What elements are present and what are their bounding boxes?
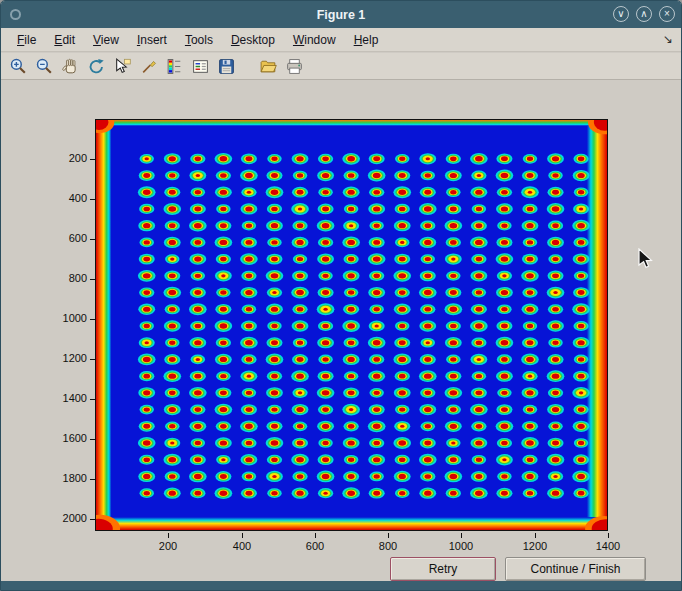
spot (215, 487, 233, 499)
spot (240, 253, 258, 265)
spot (164, 438, 180, 449)
spot (189, 337, 206, 348)
spot (470, 236, 488, 248)
spot (215, 404, 233, 416)
insert-colorbar-button[interactable] (163, 54, 187, 78)
menu-items: FileEditViewInsertToolsDesktopWindowHelp (9, 31, 386, 49)
spot (318, 237, 333, 247)
spot (522, 421, 538, 432)
spot (240, 337, 258, 349)
spot (266, 170, 282, 181)
pan-button[interactable] (59, 54, 83, 78)
menu-help[interactable]: Help (346, 31, 387, 49)
spot (317, 303, 335, 315)
spot (395, 405, 409, 415)
heatmap-image[interactable] (95, 119, 608, 531)
spot (368, 370, 385, 381)
data-cursor-button[interactable] (111, 54, 135, 78)
zoom-out-button[interactable] (33, 54, 57, 78)
spot (369, 221, 383, 231)
print-icon (285, 57, 304, 76)
spot (573, 321, 588, 331)
zoom-in-button[interactable] (7, 54, 31, 78)
spot (138, 270, 156, 282)
spot (139, 287, 154, 297)
close-button[interactable]: × (659, 6, 675, 22)
spot (241, 237, 257, 248)
spot (317, 220, 335, 232)
print-button[interactable] (283, 54, 307, 78)
menu-desktop[interactable]: Desktop (223, 31, 283, 49)
spot (548, 270, 564, 281)
menu-window[interactable]: Window (285, 31, 344, 49)
spot (471, 304, 487, 315)
spot (140, 488, 154, 498)
spot (292, 354, 308, 365)
figure-window: Figure 1 ∨∧× FileEditViewInsertToolsDesk… (0, 0, 682, 591)
pan-icon (61, 57, 80, 76)
shade-button[interactable]: ∨ (613, 6, 629, 22)
menu-tools[interactable]: Tools (177, 31, 221, 49)
spot (523, 238, 537, 248)
spot (446, 237, 461, 247)
title-bar[interactable]: Figure 1 ∨∧× (1, 1, 681, 28)
spot (522, 304, 539, 315)
spot (420, 471, 435, 481)
spot (267, 405, 281, 415)
spot (369, 472, 383, 482)
spot (189, 471, 207, 483)
spot (395, 455, 410, 465)
spot (190, 154, 205, 164)
spot (165, 388, 180, 398)
retry-button[interactable]: Retry (390, 557, 496, 581)
spot (573, 204, 589, 215)
spot (521, 437, 539, 449)
spot (138, 186, 156, 198)
spot (445, 287, 461, 298)
spot (191, 438, 205, 448)
spot (497, 354, 512, 364)
spot (242, 304, 256, 314)
menu-view[interactable]: View (85, 31, 127, 49)
save-button[interactable] (215, 54, 239, 78)
spot (165, 171, 179, 181)
toolbar (1, 53, 681, 80)
spot (445, 421, 462, 432)
spot (344, 421, 359, 431)
x-tick-mark (461, 533, 462, 538)
spot (138, 220, 155, 231)
spot (215, 220, 231, 231)
spot (165, 421, 179, 431)
spot (318, 154, 333, 164)
spot (521, 270, 539, 282)
spot (573, 253, 590, 264)
rotate-3d-button[interactable] (85, 54, 109, 78)
spot (393, 354, 411, 366)
spot (139, 204, 154, 214)
spot (266, 337, 282, 348)
brush-button[interactable] (137, 54, 161, 78)
spot (470, 437, 487, 448)
spot (190, 488, 205, 498)
open-button[interactable] (257, 54, 281, 78)
undock-arrow-icon[interactable]: ↘ (663, 32, 673, 46)
maximize-button[interactable]: ∧ (636, 6, 652, 22)
menu-edit[interactable]: Edit (46, 31, 83, 49)
spot (395, 154, 409, 164)
spot (344, 254, 359, 264)
menu-insert[interactable]: Insert (129, 31, 175, 49)
spot (164, 488, 181, 499)
spot (189, 253, 206, 264)
spot (369, 321, 385, 332)
insert-legend-button[interactable] (189, 54, 213, 78)
continue-finish-button[interactable]: Continue / Finish (505, 557, 646, 581)
y-tick-label: 600 (45, 232, 87, 244)
spot (165, 338, 179, 348)
window-bottom-border (1, 581, 681, 591)
spot (343, 471, 359, 482)
spot (446, 187, 460, 197)
spot (369, 438, 384, 448)
spot (292, 153, 309, 164)
spot (547, 488, 564, 499)
menu-file[interactable]: File (9, 31, 44, 49)
